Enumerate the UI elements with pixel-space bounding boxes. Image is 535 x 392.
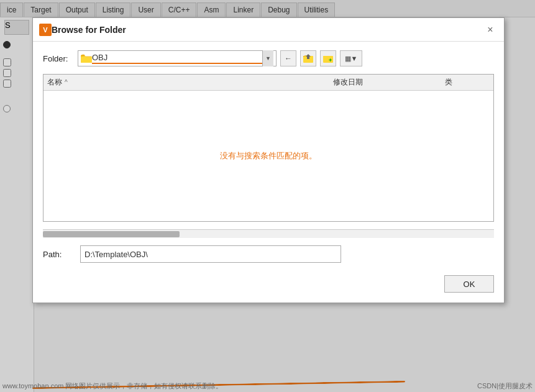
sort-arrow-icon: ^ xyxy=(65,79,68,86)
no-items-message: 没有与搜索条件匹配的项。 xyxy=(220,150,317,162)
folder-icon xyxy=(81,54,92,63)
folder-label: Folder: xyxy=(43,54,74,63)
toolbar-folder-up-button[interactable] xyxy=(300,50,316,66)
back-arrow-icon: ← xyxy=(285,54,292,63)
folder-combo-dropdown-arrow[interactable]: ▼ xyxy=(262,50,273,66)
new-folder-icon: + xyxy=(323,54,333,63)
path-row: Path: xyxy=(43,245,494,263)
dialog-titlebar: V Browse for Folder × xyxy=(33,18,504,42)
svg-rect-7 xyxy=(323,56,327,58)
file-list-header: 名称 ^ 修改日期 类 xyxy=(43,75,493,91)
svg-text:+: + xyxy=(329,57,332,63)
path-input[interactable] xyxy=(80,245,341,263)
col-name-header: 名称 ^ xyxy=(47,77,328,88)
toolbar-new-folder-button[interactable]: + xyxy=(320,50,336,66)
file-list-container: 名称 ^ 修改日期 类 没有与搜索条件匹配的项。 xyxy=(43,74,494,222)
buttons-row: OK xyxy=(43,271,494,294)
ok-button[interactable]: OK xyxy=(444,275,494,293)
browse-folder-dialog: V Browse for Folder × Folder: OBJ ▼ xyxy=(32,17,505,303)
folder-combo-value: OBJ xyxy=(92,53,262,64)
folder-row: Folder: OBJ ▼ ← xyxy=(43,50,494,66)
keil-logo-icon: V xyxy=(39,24,52,36)
toolbar-view-button[interactable]: ▦▼ xyxy=(340,50,362,66)
folder-up-icon xyxy=(303,54,313,63)
col-name-label: 名称 xyxy=(47,77,62,88)
svg-rect-3 xyxy=(81,57,86,59)
horizontal-scrollbar[interactable] xyxy=(43,229,494,238)
folder-combo[interactable]: OBJ ▼ xyxy=(78,50,277,66)
col-date-header: 修改日期 xyxy=(328,77,440,88)
view-grid-icon: ▦▼ xyxy=(345,55,358,63)
scrollbar-thumb[interactable] xyxy=(43,231,180,237)
path-label: Path: xyxy=(43,250,74,259)
dialog-title: Browse for Folder xyxy=(52,25,483,35)
toolbar-back-button[interactable]: ← xyxy=(280,50,296,66)
file-list-body: 没有与搜索条件匹配的项。 xyxy=(43,91,493,221)
col-type-header: 类 xyxy=(440,77,490,88)
dialog-body: Folder: OBJ ▼ ← xyxy=(33,42,504,303)
dialog-close-button[interactable]: × xyxy=(483,22,498,37)
